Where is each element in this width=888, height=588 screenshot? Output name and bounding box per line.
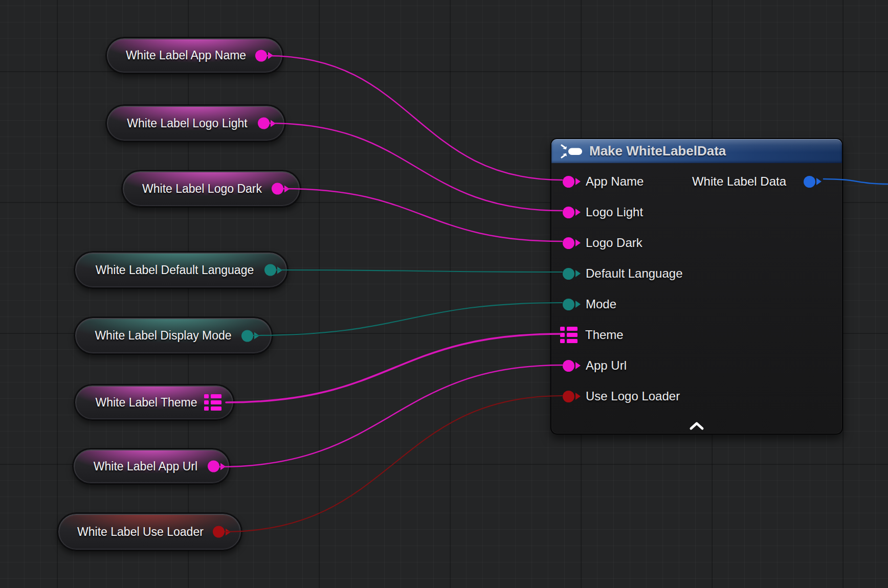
- input-pin-7[interactable]: [563, 391, 581, 402]
- wire-from-white-label-theme[interactable]: [226, 334, 561, 402]
- output-pin-white-label-data[interactable]: [804, 176, 822, 188]
- wire-from-white-label-app-url[interactable]: [219, 365, 562, 467]
- input-pin-3-arrow: [575, 270, 581, 277]
- input-pin-4-dot: [563, 299, 574, 310]
- input-pin-6[interactable]: [563, 360, 581, 372]
- input-pin-row-use-logo-loader: Use Logo Loader: [551, 381, 842, 412]
- output-pin-white-label-logo-light-dot: [258, 118, 270, 129]
- output-pin-white-label-use-loader-dot: [213, 526, 225, 538]
- getter-node-white-label-display-mode[interactable]: White Label Display Mode: [74, 317, 273, 354]
- wire-from-white-label-default-language[interactable]: [276, 270, 562, 272]
- input-pin-row-app-name: App NameWhite Label Data: [551, 166, 842, 197]
- getter-node-label: White Label Logo Light: [120, 106, 254, 141]
- input-pin-1-arrow: [575, 209, 581, 216]
- input-pin-label: Mode: [586, 297, 616, 311]
- input-pin-label: Theme: [585, 328, 624, 342]
- struct-icon-cell: [567, 333, 578, 337]
- wire-from-white-label-display-mode[interactable]: [253, 303, 562, 335]
- output-pin-white-label-default-language-dot: [264, 264, 276, 276]
- getter-node-label: White Label Theme: [88, 386, 204, 419]
- input-pin-6-dot: [563, 360, 574, 372]
- input-pin-theme-struct[interactable]: [560, 327, 578, 343]
- chevron-up-icon: [689, 421, 704, 431]
- output-pin-white-label-logo-dark-dot: [272, 183, 283, 195]
- getter-node-white-label-app-url[interactable]: White Label App Url: [73, 448, 230, 484]
- getter-node-white-label-theme[interactable]: White Label Theme: [74, 385, 234, 420]
- output-pin-white-label-app-name-dot: [255, 50, 267, 61]
- input-pin-row-default-language: Default Language: [551, 258, 842, 289]
- wire-from-white-label-logo-dark[interactable]: [283, 189, 562, 241]
- wire-from-white-label-logo-light[interactable]: [270, 123, 562, 211]
- input-pin-6-arrow: [575, 362, 581, 369]
- make-struct-icon: [560, 143, 583, 160]
- input-pin-label: Logo Dark: [586, 236, 642, 250]
- getter-node-label: White Label Use Loader: [72, 514, 209, 550]
- getter-node-white-label-logo-dark[interactable]: White Label Logo Dark: [122, 170, 301, 207]
- input-pin-0[interactable]: [563, 176, 581, 188]
- struct-icon-cell: [204, 394, 209, 398]
- output-pin-label: White Label Data: [692, 174, 786, 189]
- input-pin-3[interactable]: [563, 268, 581, 280]
- input-pin-label: Default Language: [586, 266, 683, 281]
- getter-node-label: White Label App Url: [87, 449, 204, 483]
- struct-icon-cell: [560, 327, 565, 331]
- struct-icon-cell: [211, 406, 221, 411]
- struct-icon-cell: [204, 406, 209, 411]
- output-pin-white-label-display-mode-dot: [241, 330, 253, 342]
- input-pin-label: Use Logo Loader: [586, 389, 680, 403]
- struct-icon-cell: [560, 339, 565, 343]
- getter-node-white-label-logo-light[interactable]: White Label Logo Light: [106, 105, 285, 142]
- input-pin-row-logo-dark: Logo Dark: [551, 228, 842, 258]
- input-pin-3-dot: [563, 268, 574, 280]
- struct-icon-cell: [211, 394, 221, 398]
- output-pin-group: White Label Data: [692, 166, 822, 197]
- input-pin-2-arrow: [575, 239, 581, 246]
- input-pin-1[interactable]: [563, 207, 581, 218]
- output-pin-white-label-app-url-dot: [208, 461, 219, 472]
- input-pin-0-dot: [563, 176, 574, 188]
- output-pin-white-label-data-dot: [804, 176, 815, 188]
- input-pin-4[interactable]: [563, 299, 581, 310]
- collapse-node-button[interactable]: [689, 421, 704, 431]
- input-pin-label: Logo Light: [586, 205, 643, 219]
- getter-node-label: White Label App Name: [120, 38, 252, 73]
- make-whitelabeldata-node[interactable]: Make WhiteLabelData App NameWhite Label …: [550, 138, 843, 435]
- getter-node-label: White Label Display Mode: [88, 318, 238, 353]
- getter-node-white-label-use-loader[interactable]: White Label Use Loader: [57, 513, 242, 551]
- struct-output-pin-white-label-theme[interactable]: [204, 394, 221, 411]
- input-pin-4-arrow: [575, 301, 581, 308]
- wire-from-white-label-app-name[interactable]: [267, 56, 562, 180]
- getter-node-white-label-app-name[interactable]: White Label App Name: [106, 37, 283, 74]
- input-pin-7-arrow: [575, 393, 581, 400]
- getter-node-white-label-default-language[interactable]: White Label Default Language: [74, 252, 288, 288]
- input-pin-row-app-url: App Url: [551, 350, 842, 381]
- output-pin-white-label-data-arrow: [816, 178, 822, 185]
- make-node-header[interactable]: Make WhiteLabelData: [551, 139, 842, 163]
- input-pin-0-arrow: [575, 178, 581, 185]
- blueprint-graph-canvas[interactable]: White Label App NameWhite Label Logo Lig…: [0, 0, 888, 588]
- input-pin-label: App Name: [586, 174, 643, 189]
- input-pin-row-mode: Mode: [551, 289, 842, 320]
- input-pin-7-dot: [563, 391, 574, 402]
- make-node-title: Make WhiteLabelData: [589, 143, 726, 159]
- input-pin-row-logo-light: Logo Light: [551, 197, 842, 228]
- getter-node-label: White Label Default Language: [88, 253, 261, 287]
- struct-icon-cell: [211, 400, 221, 404]
- input-pin-label: App Url: [586, 358, 627, 373]
- struct-icon-cell: [204, 400, 209, 404]
- input-pin-2[interactable]: [563, 237, 581, 249]
- input-pin-2-dot: [563, 237, 574, 249]
- input-pin-1-dot: [563, 207, 574, 218]
- make-node-pin-rows: App NameWhite Label DataLogo LightLogo D…: [551, 163, 842, 412]
- wire-from-white-label-use-loader[interactable]: [225, 396, 562, 532]
- input-pin-row-theme: Theme: [551, 320, 842, 350]
- getter-node-label: White Label Logo Dark: [136, 171, 268, 206]
- struct-icon-cell: [567, 339, 578, 343]
- struct-icon-cell: [567, 327, 578, 331]
